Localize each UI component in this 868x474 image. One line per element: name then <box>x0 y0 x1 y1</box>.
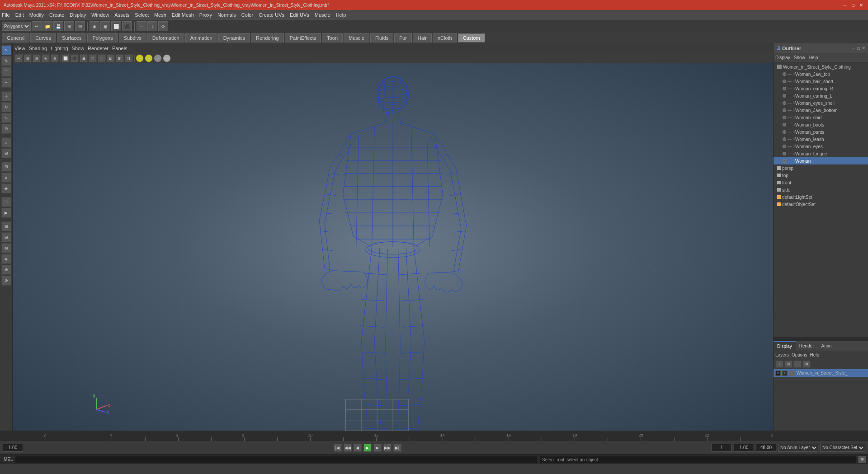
layer-btn2[interactable]: ⊟ <box>1 232 11 242</box>
shelf-btn-11[interactable]: ↕ <box>147 21 157 31</box>
vp-icon-light4[interactable]: ◐ <box>163 54 171 62</box>
menu-item-mesh[interactable]: Mesh <box>154 12 166 18</box>
viewport[interactable]: View Shading Lighting Show Renderer Pane… <box>13 43 773 431</box>
menu-item-help[interactable]: Help <box>336 12 346 18</box>
shelf-tab-fur[interactable]: Fur <box>394 33 412 42</box>
menu-item-modify[interactable]: Modify <box>29 12 44 18</box>
shelf-tab-dynamics[interactable]: Dynamics <box>218 33 250 42</box>
frame-start-field[interactable]: 1.00 <box>3 444 23 452</box>
vp-icon-light3[interactable]: ○ <box>154 54 162 62</box>
cut-tool[interactable]: ✂ <box>1 78 11 88</box>
shelf-btn-6[interactable]: ◈ <box>90 21 99 31</box>
layer-tab-display[interactable]: Display <box>774 341 796 351</box>
vp-icon-2[interactable]: ⊞ <box>24 54 32 62</box>
outliner-item-defaultobjectset[interactable]: defaultObjectSet <box>774 201 868 208</box>
snap-to-point[interactable]: ◈ <box>1 183 11 193</box>
layer-visibility-check[interactable]: V <box>775 371 781 376</box>
play-end-field[interactable]: 48.00 <box>756 444 776 452</box>
outliner-restore[interactable]: □ <box>857 46 860 51</box>
outliner-close[interactable]: ✕ <box>862 46 865 51</box>
layer-type-check[interactable]: T <box>782 371 788 376</box>
outliner-menu-help[interactable]: Help <box>809 55 818 60</box>
menu-item-create-uvs[interactable]: Create UVs <box>259 12 284 18</box>
outliner-item-woman[interactable]: — ○ Woman <box>774 157 868 164</box>
menu-item-color[interactable]: Color <box>241 12 253 18</box>
menu-item-edit-uvs[interactable]: Edit UVs <box>290 12 309 18</box>
vp-icon-4[interactable]: ◈ <box>42 54 50 62</box>
outliner-item-woman-shirt[interactable]: — ○ Woman_shirt <box>774 114 868 121</box>
layer-remove-btn[interactable]: − <box>793 361 802 368</box>
shelf-tab-painteffects[interactable]: PaintEffects <box>285 33 321 42</box>
menu-item-muscle[interactable]: Muscle <box>315 12 330 18</box>
shelf-tab-fluids[interactable]: Fluids <box>370 33 393 42</box>
ipr-render[interactable]: ▶ <box>1 208 11 218</box>
vp-icon-light1[interactable]: ● <box>136 54 144 62</box>
show-manip[interactable]: ⊞ <box>1 148 11 158</box>
shelf-tab-animation[interactable]: Animation <box>185 33 217 42</box>
vp-icon-5[interactable]: ⊕ <box>51 54 59 62</box>
snap-to-curve[interactable]: ⌀ <box>1 173 11 183</box>
shelf-tab-hair[interactable]: Hair <box>413 33 432 42</box>
vp-icon-8[interactable]: ◼ <box>80 54 88 62</box>
menu-item-assets[interactable]: Assets <box>114 12 129 18</box>
outliner-minimize[interactable]: ─ <box>852 46 855 51</box>
rotate-tool[interactable]: ↻ <box>1 102 11 112</box>
polygon-mode-dropdown[interactable]: Polygons <box>2 22 31 31</box>
timeline-ruler[interactable]: 124681012141618202224 <box>13 431 773 441</box>
shelf-btn-2[interactable]: 📁 <box>42 21 52 31</box>
menu-item-select[interactable]: Select <box>135 12 149 18</box>
vp-icon-13[interactable]: ◨ <box>125 54 133 62</box>
menu-item-edit[interactable]: Edit <box>15 12 24 18</box>
vp-icon-7[interactable]: ⬛ <box>71 54 79 62</box>
snap-to-grid[interactable]: ⊞ <box>1 162 11 172</box>
vp-menu-show[interactable]: Show <box>72 46 85 51</box>
current-frame-field[interactable]: 1 <box>712 444 732 452</box>
shelf-tab-ncloth[interactable]: nCloth <box>433 33 457 42</box>
outliner-item-side[interactable]: side <box>774 186 868 193</box>
outliner-item-persp[interactable]: persp <box>774 164 868 172</box>
vp-icon-light2[interactable]: ● <box>145 54 153 62</box>
shelf-btn-9[interactable]: ⬛ <box>122 21 132 31</box>
outliner-item-woman-boots[interactable]: — ○ Woman_boots <box>774 121 868 128</box>
layer-tab-render[interactable]: Render <box>796 341 818 351</box>
layer-subtab-help[interactable]: Help <box>810 352 819 357</box>
shelf-tab-toon[interactable]: Toon <box>322 33 343 42</box>
layer-add-btn[interactable]: ⊞ <box>784 361 793 368</box>
layer-btn6[interactable]: ⊘ <box>1 276 11 286</box>
menu-item-edit-mesh[interactable]: Edit Mesh <box>172 12 194 18</box>
vp-menu-panels[interactable]: Panels <box>112 46 127 51</box>
soft-sel-tool[interactable]: ⌂ <box>1 137 11 147</box>
move-tool[interactable]: ✛ <box>1 91 11 101</box>
next-key-btn[interactable]: ▶▶ <box>383 444 392 452</box>
layer-btn1[interactable]: ⊞ <box>1 221 11 231</box>
shelf-btn-5[interactable]: ⊟ <box>75 21 85 31</box>
scale-tool[interactable]: ⤡ <box>1 113 11 123</box>
prev-key-btn[interactable]: ◀◀ <box>344 444 352 452</box>
vp-menu-lighting[interactable]: Lighting <box>51 46 68 51</box>
vp-icon-12[interactable]: ◧ <box>116 54 124 62</box>
vp-icon-11[interactable]: ⬕ <box>107 54 115 62</box>
layer-btn3[interactable]: ⊠ <box>1 243 11 253</box>
shelf-btn-1[interactable]: ↩ <box>32 21 42 31</box>
close-button[interactable]: ✕ <box>858 2 864 8</box>
outliner-item-top[interactable]: top <box>774 172 868 179</box>
script-editor-btn[interactable]: ⊞ <box>858 456 866 463</box>
menu-item-create[interactable]: Create <box>49 12 64 18</box>
menu-item-normals[interactable]: Normals <box>217 12 236 18</box>
next-frame-btn[interactable]: ▶ <box>373 444 382 452</box>
shelf-tab-muscle[interactable]: Muscle <box>344 33 369 42</box>
play-btn[interactable]: ▶ <box>363 444 372 452</box>
shelf-btn-10[interactable]: ↔ <box>137 21 146 31</box>
vp-menu-view[interactable]: View <box>14 46 25 51</box>
shelf-btn-4[interactable]: ⊞ <box>64 21 74 31</box>
play-start-field[interactable]: 1.00 <box>734 444 754 452</box>
paint-tool[interactable]: ✎ <box>1 56 11 66</box>
menu-item-display[interactable]: Display <box>70 12 86 18</box>
prev-frame-btn[interactable]: ◀ <box>354 444 362 452</box>
shelf-btn-3[interactable]: 💾 <box>53 21 63 31</box>
outliner-item-woman-jaw-bottom[interactable]: — ○ Woman_Jaw_bottom <box>774 107 868 114</box>
maximize-button[interactable]: □ <box>850 2 856 8</box>
shelf-btn-12[interactable]: ⟳ <box>158 21 168 31</box>
go-to-end-btn[interactable]: ▶| <box>393 444 401 452</box>
viewport-canvas[interactable]: x y z <box>13 63 773 431</box>
